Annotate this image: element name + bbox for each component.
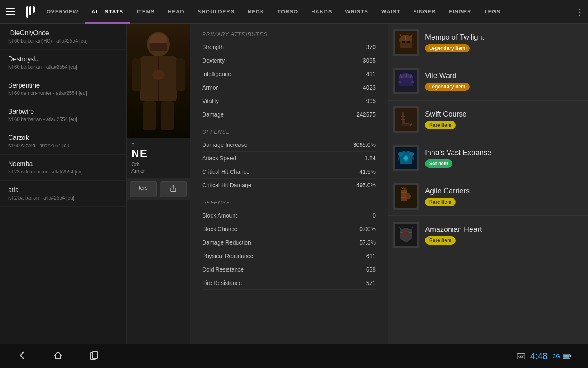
android-clock: 4:48 3G [517,351,572,361]
tab-wrists[interactable]: WRISTS [339,0,375,24]
char-armor-label: Armor [131,168,185,174]
svg-rect-56 [520,356,521,357]
stat-value: 0 [372,212,376,219]
svg-rect-1 [6,11,15,12]
item-mempo[interactable]: Mempo of Twilight Legendary Item [388,24,588,62]
network-label: 3G [552,353,560,359]
more-options-button[interactable]: ⋮ [572,0,588,24]
stat-value: 495.0% [356,182,376,188]
item-details-vile-ward: Vile Ward Legendary Item [425,72,583,91]
tab-items[interactable]: ITEMS [130,0,161,24]
char-name-partial: NE [131,147,185,160]
share-icon-button[interactable] [160,181,187,197]
stat-label: Strength [202,44,224,50]
stat-value: 411 [366,71,376,77]
tab-torso[interactable]: TORSO [271,0,305,24]
stat-label: Damage Reduction [202,239,251,246]
back-button[interactable] [16,350,28,363]
svg-rect-5 [132,58,141,91]
stat-value: 370 [366,44,376,50]
item-swift-course[interactable]: Swift Course Rare Item [388,101,588,139]
tab-head[interactable]: HEAD [161,0,191,24]
sidebar-item-ndemba[interactable]: Ndemba lvl 23 witch-doctor - atla#2554 [… [0,155,126,181]
share-button[interactable]: ters [130,181,157,197]
sidebar-item-carzok[interactable]: Carzok lvl 60 wizard - atla#2554 [eu] [0,128,126,155]
item-icon-mempo [393,29,419,56]
stat-intelligence: Intelligence 411 [202,67,376,81]
tab-overview[interactable]: OVERVIEW [40,0,85,24]
stat-label: Damage [202,111,224,118]
stat-armor: Armor 4023 [202,81,376,94]
player-name: IDieOnlyOnce [8,29,118,37]
network-status: 3G [552,353,572,359]
tab-shoulders[interactable]: SHOULDERS [191,0,241,24]
item-name: Swift Course [425,110,583,119]
tab-neck[interactable]: NECK [241,0,271,24]
stat-label: Intelligence [202,71,231,77]
stat-block-chance: Block Chance 0.00% [202,222,376,236]
svg-rect-49 [92,352,98,358]
home-button[interactable] [52,350,64,363]
player-name: Carzok [8,134,118,141]
item-badge: Rare Item [425,236,456,245]
hamburger-menu[interactable] [0,0,20,24]
svg-rect-51 [519,355,520,356]
item-innas[interactable]: Inna's Vast Expanse Set Item [388,139,588,177]
tab-finger1[interactable]: FINGER [407,0,442,24]
stats-panel: PRIMARY ATTRIBUTES Strength 370 Dexterit… [190,24,388,368]
item-amazonian-heart[interactable]: Amazonian Heart Rare Item [388,216,588,254]
item-icon-vile-ward [393,68,419,94]
item-icon-swift-course [393,106,419,133]
stat-value: 571 [366,280,376,286]
stat-value: 611 [366,253,376,259]
stat-label: Fire Resistance [202,280,242,286]
stat-dexterity: Dexterity 3065 [202,54,376,67]
sidebar-item-idieonly[interactable]: IDieOnlyOnce lvl 60 barbarian(HC) - atla… [0,24,126,50]
svg-rect-60 [570,355,571,357]
item-name: Inna's Vast Expanse [425,148,583,157]
svg-point-33 [404,156,408,160]
item-agile-carriers[interactable]: Agile Carriers Rare Item [388,177,588,216]
player-detail: lvl 23 witch-doctor - atla#2554 [eu] [8,169,118,175]
tab-all-stats[interactable]: ALL STATS [85,0,130,24]
stat-label: Block Chance [202,226,237,232]
sidebar-item-destroysu[interactable]: DestroysU lvl 60 barbarian - atla#2554 [… [0,50,126,76]
stat-damage-increase: Damage Increase 3065.0% [202,138,376,152]
stat-label: Attack Speed [202,155,236,162]
player-name: Serpentine [8,82,118,89]
char-label-r: R [131,142,185,147]
stat-fire-resistance: Fire Resistance 571 [202,276,376,290]
recent-apps-button[interactable] [88,350,100,363]
tab-legs[interactable]: LEGS [478,0,507,24]
stat-physical-resistance: Physical Resistance 611 [202,249,376,263]
character-actions: ters [127,178,190,200]
stat-damage: Damage 242675 [202,108,376,121]
svg-point-17 [407,41,410,43]
item-details-mempo: Mempo of Twilight Legendary Item [425,33,583,52]
tab-hands[interactable]: HANDS [305,0,339,24]
player-detail: lvl 60 wizard - atla#2554 [eu] [8,143,118,148]
stat-label: Cold Resistance [202,266,244,273]
item-details-amazonian-heart: Amazonian Heart Rare Item [425,225,583,245]
stat-value: 41.5% [359,168,376,175]
stat-label: Critical Hit Damage [202,182,252,188]
item-vile-ward[interactable]: Vile Ward Legendary Item [388,62,588,101]
stat-crit-chance: Critical Hit Chance 41.5% [202,165,376,179]
stat-value: 3065.0% [353,141,376,148]
nav-tab-list: OVERVIEW ALL STATS ITEMS HEAD SHOULDERS … [40,0,572,24]
tab-finger2[interactable]: FINGER [442,0,478,24]
svg-rect-61 [564,355,569,358]
svg-rect-6 [176,58,185,91]
stat-value: 905 [366,98,376,104]
stat-label: Damage Increase [202,141,247,148]
clock-time: 4:48 [530,351,548,361]
item-name: Agile Carriers [425,187,583,195]
sidebar-item-barbwire[interactable]: Barbwire lvl 60 barbarian - atla#2554 [e… [0,102,126,128]
svg-rect-7 [143,101,156,130]
tab-waist[interactable]: WAIST [375,0,407,24]
sidebar-item-serpentine[interactable]: Serpentine lvl 60 demon-hunter - atla#25… [0,76,126,102]
stat-label: Block Amount [202,212,237,219]
item-name: Amazonian Heart [425,225,583,234]
sidebar-item-atla[interactable]: atla lvl 2 barbarian - atla#2554 [eu] [0,181,126,207]
stat-vitality: Vitality 905 [202,94,376,108]
